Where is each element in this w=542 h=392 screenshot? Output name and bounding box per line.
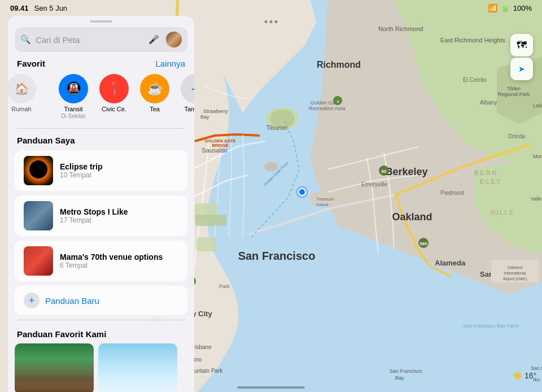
fav-guides-section: Panduan Favorit Kami <box>8 325 194 392</box>
plus-icon: + <box>24 293 40 308</box>
svg-text:Iku 🌤: Iku 🌤 <box>533 377 542 382</box>
status-time: 09.41 <box>10 4 29 12</box>
favorite-item-home[interactable]: 🏠 Rumah <box>8 72 41 121</box>
guide-item-mama[interactable]: Mama's 70th venue options 6 Tempat <box>15 241 187 281</box>
location-button[interactable]: ➤ <box>510 58 533 80</box>
fav-label-tea: Tea <box>150 106 160 113</box>
svg-text:Oakland: Oakland <box>392 211 432 223</box>
svg-text:Bay: Bay <box>200 114 209 120</box>
fav-sublabel-transit: Di Sekitar <box>61 113 85 119</box>
guide-item-eclipse[interactable]: Eclipse trip 10 Tempat <box>15 150 187 191</box>
side-panel: 🔍 Cari di Peta 🎤 Favorit Lainnya 🏠 Rumah… <box>8 16 194 392</box>
favorite-item-tea[interactable]: ☕ Tea <box>136 72 174 121</box>
new-guide-label: Panduan Baru <box>45 296 99 306</box>
svg-text:Tilden: Tilden <box>507 86 521 92</box>
fav-label-transit: Transit <box>64 106 82 113</box>
home-indicator <box>237 386 305 389</box>
svg-rect-7 <box>195 215 226 226</box>
svg-text:Mora...: Mora... <box>533 154 542 159</box>
svg-text:Bay: Bay <box>395 375 404 381</box>
svg-text:Recreation Area: Recreation Area <box>309 106 346 111</box>
svg-text:Oakland: Oakland <box>508 265 522 269</box>
avatar[interactable] <box>166 32 182 47</box>
guide-info-metro: Metro Stops I Like 17 Tempat <box>60 207 178 224</box>
svg-text:Treasure: Treasure <box>316 197 334 202</box>
search-icon: 🔍 <box>20 34 31 45</box>
svg-text:Valle Vis...: Valle Vis... <box>531 196 542 202</box>
svg-text:E L E Y: E L E Y <box>480 178 501 185</box>
search-placeholder: Cari di Peta <box>36 35 144 45</box>
svg-text:Berkeley: Berkeley <box>385 166 427 177</box>
svg-text:Alameda: Alameda <box>435 259 466 267</box>
svg-text:Piedmont: Piedmont <box>440 190 464 196</box>
guide-title-eclipse: Eclipse trip <box>60 162 178 171</box>
guides-section: Panduan Saya Eclipse trip 10 Tempat Metr… <box>8 129 194 392</box>
svg-text:Park: Park <box>219 284 230 289</box>
status-bar: 09.41 Sen 5 Jun 📶 🔋 100% <box>0 0 542 16</box>
drag-handle[interactable] <box>90 20 112 23</box>
fav-guides-title: Panduan Favorit Kami <box>15 325 187 343</box>
favorites-title: Favorit <box>17 59 45 68</box>
battery-icon: 🔋 <box>501 4 510 12</box>
favorites-row: 🏠 Rumah 🚇 Transit Di Sekitar 📍 Civic Ce.… <box>8 72 194 128</box>
svg-text:BRIDGE: BRIDGE <box>212 143 228 148</box>
svg-text:Richmond: Richmond <box>317 60 361 69</box>
svg-text:San Francisco: San Francisco <box>390 368 422 374</box>
svg-text:International: International <box>504 271 526 275</box>
svg-rect-6 <box>196 237 216 251</box>
guide-thumb-eclipse <box>24 156 53 185</box>
fav-guides-row <box>15 343 187 392</box>
guide-thumb-mama <box>24 246 53 276</box>
favorites-header: Favorit Lainnya <box>8 56 194 72</box>
svg-text:80: 80 <box>382 169 387 174</box>
svg-text:San Francisco: San Francisco <box>238 250 316 262</box>
mic-icon[interactable]: 🎤 <box>148 34 159 45</box>
svg-text:North Richmond: North Richmond <box>378 25 423 32</box>
svg-text:Tiburon: Tiburon <box>266 124 287 131</box>
guide-title-mama: Mama's 70th venue options <box>60 252 178 262</box>
svg-text:Strawberry: Strawberry <box>203 108 228 114</box>
svg-text:580: 580 <box>419 241 427 246</box>
svg-text:Airport (OAK): Airport (OAK) <box>503 277 527 281</box>
svg-text:B E R K: B E R K <box>474 169 497 176</box>
location-dot <box>298 188 306 196</box>
guides-header: Panduan Saya <box>8 129 194 150</box>
guides-title: Panduan Saya <box>17 136 75 145</box>
guide-count-metro: 17 Tempat <box>60 216 178 224</box>
map-controls: 🗺 ➤ <box>510 34 533 80</box>
svg-text:Albany: Albany <box>480 99 497 106</box>
guide-thumb-metro <box>24 201 53 230</box>
guide-info-eclipse: Eclipse trip 10 Tempat <box>60 162 178 179</box>
top-dots-indicator <box>265 20 278 23</box>
svg-text:Emeryville: Emeryville <box>361 181 388 188</box>
guide-title-metro: Metro Stops I Like <box>60 207 178 216</box>
wifi-icon: 📶 <box>488 3 497 12</box>
svg-text:Island: Island <box>316 202 328 207</box>
fav-label-civic: Civic Ce. <box>102 106 126 113</box>
favorite-item-add[interactable]: + Tambah <box>176 72 194 121</box>
favorite-item-civic[interactable]: 📍 Civic Ce. <box>95 72 133 121</box>
fav-guide-thumb-sky[interactable] <box>98 343 177 392</box>
guide-count-mama: 6 Tempat <box>60 262 178 269</box>
search-bar[interactable]: 🔍 Cari di Peta 🎤 <box>15 27 187 52</box>
map-type-button[interactable]: 🗺 <box>510 34 533 56</box>
guide-item-metro[interactable]: Metro Stops I Like 17 Tempat <box>15 195 187 236</box>
svg-point-4 <box>264 162 278 171</box>
favorite-item-transit[interactable]: 🚇 Transit Di Sekitar <box>54 72 93 121</box>
status-date: Sen 5 Jun <box>34 4 68 12</box>
fav-guide-thumb-nature[interactable] <box>15 343 94 392</box>
battery-text: 100% <box>513 4 532 12</box>
svg-text:East Richmond Heights: East Richmond Heights <box>440 37 505 43</box>
divider-2 <box>17 320 185 320</box>
favorites-more-link[interactable]: Lainnya <box>155 59 185 68</box>
new-guide-button[interactable]: + Panduan Baru <box>15 286 187 315</box>
guide-info-mama: Mama's 70th venue options 6 Tempat <box>60 252 178 269</box>
svg-text:San Francisco Bay Ferry: San Francisco Bay Ferry <box>463 323 519 329</box>
svg-text:Lafa...: Lafa... <box>533 103 542 108</box>
svg-text:★: ★ <box>336 100 339 103</box>
fav-label-tambah: Tambah <box>184 106 194 113</box>
fav-label-home: Rumah <box>11 106 31 113</box>
svg-text:Regional Park: Regional Park <box>498 92 530 97</box>
svg-text:San Lor...: San Lor... <box>531 365 542 371</box>
guide-count-eclipse: 10 Tempat <box>60 171 178 179</box>
